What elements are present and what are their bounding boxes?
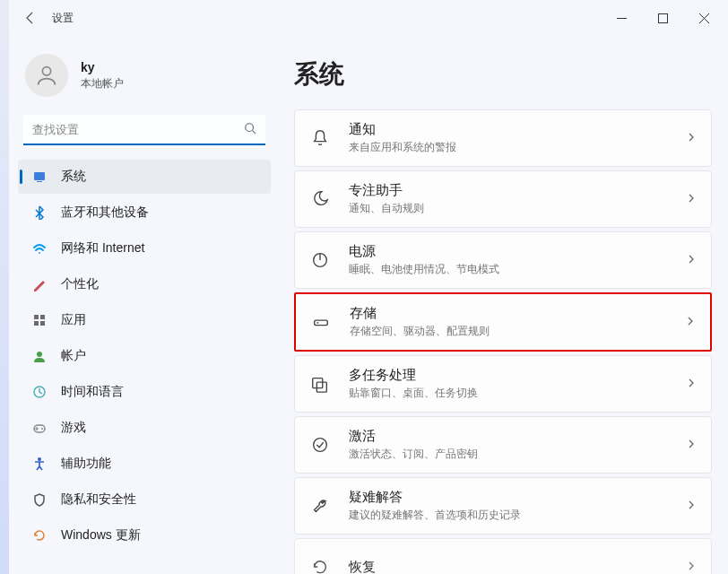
power-icon [309,249,331,271]
card-list: 通知来自应用和系统的警报专注助手通知、自动规则电源睡眠、电池使用情况、节电模式存… [294,109,712,574]
sidebar-item-label: 应用 [61,312,86,328]
chevron-right-icon [686,252,697,268]
settings-card-multitask[interactable]: 多任务处理贴靠窗口、桌面、任务切换 [294,355,712,413]
close-icon [699,13,709,23]
minimize-icon [617,13,627,23]
wifi-icon [30,239,48,257]
settings-card-troubleshoot[interactable]: 疑难解答建议的疑难解答、首选项和历史记录 [294,477,712,535]
troubleshoot-icon [309,495,331,517]
chevron-right-icon [686,376,697,392]
minimize-button[interactable] [601,4,642,32]
sidebar: ky 本地帐户 系统蓝牙和其他设备网络和 Internet个性化应用帐户时间和语… [9,36,278,574]
personalize-icon [30,275,48,293]
search-box [23,115,265,145]
settings-card-moon[interactable]: 专注助手通知、自动规则 [294,170,712,228]
sidebar-item-label: 网络和 Internet [61,240,144,257]
settings-card-power[interactable]: 电源睡眠、电池使用情况、节电模式 [294,231,712,289]
settings-card-storage[interactable]: 存储存储空间、驱动器、配置规则 [294,292,712,352]
chevron-right-icon [686,559,697,574]
svg-line-6 [253,131,256,135]
sidebar-item-bluetooth[interactable]: 蓝牙和其他设备 [18,196,271,230]
nav-list: 系统蓝牙和其他设备网络和 Internet个性化应用帐户时间和语言游戏辅助功能隐… [18,160,271,565]
card-text: 通知来自应用和系统的警报 [349,121,686,155]
sidebar-item-personalize[interactable]: 个性化 [18,267,271,301]
gaming-icon [30,419,48,437]
card-text: 激活激活状态、订阅、产品密钥 [349,428,686,462]
update-icon [30,526,48,544]
system-icon [30,168,48,186]
svg-rect-1 [658,13,667,22]
sidebar-item-label: 时间和语言 [61,384,124,400]
card-text: 恢复 [349,559,686,575]
accessibility-icon [30,455,48,473]
user-text: ky 本地帐户 [81,60,124,91]
storage-icon [310,311,332,333]
card-title: 电源 [349,243,686,260]
user-name: ky [81,60,124,74]
settings-card-activate[interactable]: 激活激活状态、订阅、产品密钥 [294,416,712,474]
multitask-icon [309,373,331,395]
sidebar-item-label: 系统 [61,169,86,185]
settings-card-bell[interactable]: 通知来自应用和系统的警报 [294,109,712,167]
sidebar-item-label: 个性化 [61,276,99,292]
sidebar-item-label: 帐户 [61,348,86,364]
time-icon [30,383,48,401]
window-title: 设置 [52,11,601,26]
chevron-right-icon [686,498,697,514]
apps-icon [30,311,48,329]
sidebar-item-label: 辅助功能 [61,456,111,472]
chevron-right-icon [686,437,697,453]
user-type: 本地帐户 [81,76,124,91]
avatar [25,54,68,97]
sidebar-item-wifi[interactable]: 网络和 Internet [18,231,271,265]
recovery-icon [309,556,331,574]
card-title: 多任务处理 [349,367,686,384]
svg-point-4 [42,67,50,75]
maximize-button[interactable] [642,4,683,32]
moon-icon [309,188,331,210]
sidebar-item-time[interactable]: 时间和语言 [18,375,271,409]
bluetooth-icon [30,204,48,222]
card-title: 激活 [349,428,686,445]
card-subtitle: 激活状态、订阅、产品密钥 [349,447,686,462]
privacy-icon [30,491,48,509]
main-panel: 系统 通知来自应用和系统的警报专注助手通知、自动规则电源睡眠、电池使用情况、节电… [278,36,728,574]
user-area[interactable]: ky 本地帐户 [18,45,271,115]
svg-point-5 [246,124,254,132]
settings-window: 设置 ky 本地帐户 [9,0,728,574]
activate-icon [309,434,331,456]
sidebar-item-system[interactable]: 系统 [18,160,271,194]
sidebar-item-label: 游戏 [61,420,86,436]
chevron-right-icon [686,191,697,207]
sidebar-item-label: 蓝牙和其他设备 [61,204,149,221]
card-subtitle: 来自应用和系统的警报 [349,140,686,155]
chevron-right-icon [686,130,697,146]
card-text: 专注助手通知、自动规则 [349,182,686,216]
settings-card-recovery[interactable]: 恢复 [294,538,712,574]
content-area: ky 本地帐户 系统蓝牙和其他设备网络和 Internet个性化应用帐户时间和语… [9,36,728,574]
card-title: 疑难解答 [349,489,686,506]
sidebar-item-label: 隐私和安全性 [61,491,136,508]
sidebar-item-update[interactable]: Windows 更新 [18,518,271,552]
back-button[interactable] [13,0,48,36]
search-input[interactable] [23,115,265,145]
back-arrow-icon [23,11,38,25]
card-subtitle: 睡眠、电池使用情况、节电模式 [349,262,686,277]
close-button[interactable] [683,4,724,32]
sidebar-item-accessibility[interactable]: 辅助功能 [18,447,271,481]
sidebar-item-gaming[interactable]: 游戏 [18,411,271,445]
search-icon [244,122,256,138]
titlebar: 设置 [9,0,728,36]
card-title: 专注助手 [349,182,686,199]
sidebar-item-apps[interactable]: 应用 [18,303,271,337]
card-title: 通知 [349,121,686,138]
card-text: 存储存储空间、驱动器、配置规则 [350,305,685,339]
sidebar-item-label: Windows 更新 [61,527,141,544]
maximize-icon [658,13,668,23]
card-subtitle: 存储空间、驱动器、配置规则 [350,324,685,339]
card-title: 恢复 [349,559,686,575]
sidebar-item-accounts[interactable]: 帐户 [18,339,271,373]
card-subtitle: 贴靠窗口、桌面、任务切换 [349,386,686,401]
sidebar-item-privacy[interactable]: 隐私和安全性 [18,483,271,517]
chevron-right-icon [685,314,696,330]
